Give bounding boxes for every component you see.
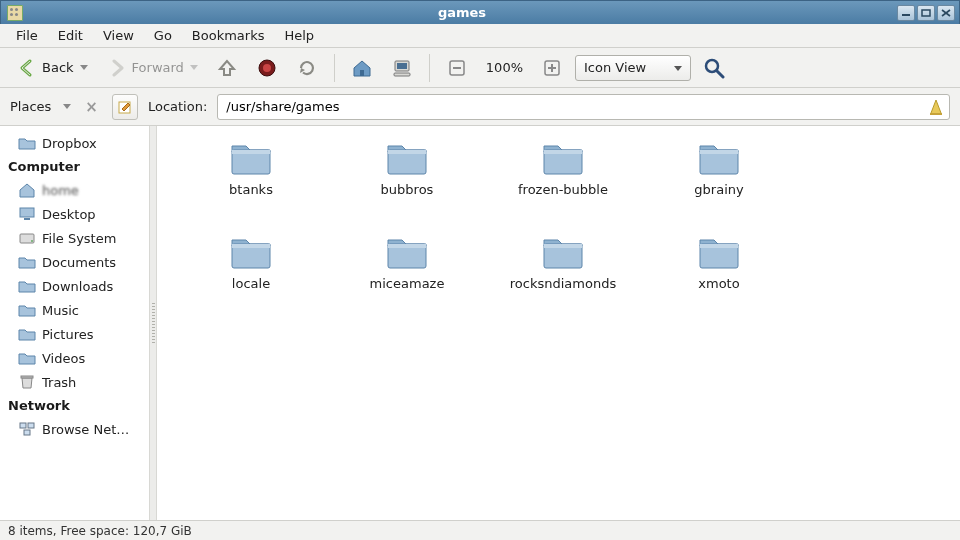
maximize-button[interactable] — [917, 5, 935, 21]
clear-icon[interactable] — [928, 98, 944, 116]
sidebar-item-label: File System — [42, 231, 116, 246]
back-button[interactable]: Back — [10, 53, 94, 83]
menu-file[interactable]: File — [8, 25, 46, 46]
folder-item[interactable]: xmoto — [643, 232, 795, 320]
sidebar-item-music[interactable]: Music — [0, 298, 149, 322]
svg-point-22 — [31, 240, 33, 242]
sidebar-item-desktop[interactable]: Desktop — [0, 202, 149, 226]
sidebar-item-documents[interactable]: Documents — [0, 250, 149, 274]
statusbar: 8 items, Free space: 120,7 GiB — [0, 520, 960, 540]
svg-rect-20 — [24, 218, 30, 220]
folder-icon — [694, 138, 744, 178]
back-dropdown-icon[interactable] — [80, 65, 88, 70]
folder-icon — [18, 254, 36, 270]
computer-button[interactable] — [385, 53, 419, 83]
sidebar-item-label: home — [42, 183, 79, 198]
location-input[interactable] — [217, 94, 950, 120]
menu-help[interactable]: Help — [276, 25, 322, 46]
places-label: Places — [10, 99, 51, 114]
folder-item[interactable]: frozen-bubble — [487, 138, 639, 226]
back-icon — [16, 57, 38, 79]
search-icon — [703, 57, 725, 79]
folder-item[interactable]: btanks — [175, 138, 327, 226]
sidebar-item-trash[interactable]: Trash — [0, 370, 149, 394]
folder-item[interactable]: bubbros — [331, 138, 483, 226]
menu-go[interactable]: Go — [146, 25, 180, 46]
close-sidebar-button[interactable]: × — [81, 98, 102, 116]
pane-splitter[interactable] — [150, 126, 157, 520]
svg-rect-42 — [700, 244, 738, 248]
sidebar-item-videos[interactable]: Videos — [0, 346, 149, 370]
folder-item[interactable]: gbrainy — [643, 138, 795, 226]
svg-rect-9 — [394, 73, 410, 76]
sidebar-item-label: Downloads — [42, 279, 113, 294]
zoom-in-button[interactable] — [535, 53, 569, 83]
folder-icon — [538, 232, 588, 272]
minimize-button[interactable] — [897, 5, 915, 21]
edit-location-button[interactable] — [112, 94, 138, 120]
disk-icon — [18, 230, 36, 246]
menu-view[interactable]: View — [95, 25, 142, 46]
folder-label: xmoto — [698, 276, 739, 291]
svg-rect-40 — [544, 244, 582, 248]
up-button[interactable] — [210, 53, 244, 83]
folder-label: rocksndiamonds — [510, 276, 616, 291]
app-icon — [7, 5, 23, 21]
stop-button[interactable] — [250, 53, 284, 83]
folder-icon — [18, 350, 36, 366]
svg-rect-34 — [700, 150, 738, 154]
sidebar-item-home[interactable]: home — [0, 178, 149, 202]
folder-icon — [18, 326, 36, 342]
sidebar-item-downloads[interactable]: Downloads — [0, 274, 149, 298]
svg-rect-28 — [232, 150, 270, 154]
menu-bookmarks[interactable]: Bookmarks — [184, 25, 273, 46]
sidebar-item-label: Desktop — [42, 207, 96, 222]
folder-label: locale — [232, 276, 270, 291]
home-icon — [351, 57, 373, 79]
folder-item[interactable]: locale — [175, 232, 327, 320]
sidebar-item-label: Documents — [42, 255, 116, 270]
icon-view[interactable]: btanks bubbros frozen-bubble gbrainy loc… — [157, 126, 960, 520]
sidebar-item-dropbox[interactable]: Dropbox — [0, 131, 149, 155]
menu-edit[interactable]: Edit — [50, 25, 91, 46]
toolbar-separator — [334, 54, 335, 82]
sidebar-computer-header: Computer — [0, 155, 149, 178]
sidebar-item-label: Pictures — [42, 327, 93, 342]
sidebar-item-label: Dropbox — [42, 136, 97, 151]
sidebar-item-label: Videos — [42, 351, 85, 366]
svg-rect-18 — [930, 113, 942, 115]
folder-label: bubbros — [381, 182, 434, 197]
zoom-out-icon — [446, 57, 468, 79]
toolbar-separator — [429, 54, 430, 82]
sidebar-item-filesystem[interactable]: File System — [0, 226, 149, 250]
svg-rect-1 — [922, 10, 930, 16]
folder-item[interactable]: miceamaze — [331, 232, 483, 320]
sidebar-item-pictures[interactable]: Pictures — [0, 322, 149, 346]
folder-item[interactable]: rocksndiamonds — [487, 232, 639, 320]
location-label: Location: — [148, 99, 207, 114]
svg-rect-32 — [544, 150, 582, 154]
folder-label: btanks — [229, 182, 273, 197]
folder-icon — [226, 138, 276, 178]
sidebar-item-browse-network[interactable]: Browse Net… — [0, 417, 149, 441]
reload-button[interactable] — [290, 53, 324, 83]
toolbar: Back Forward 1 — [0, 48, 960, 88]
home-button[interactable] — [345, 53, 379, 83]
up-icon — [216, 57, 238, 79]
close-button[interactable] — [937, 5, 955, 21]
view-mode-select[interactable]: Icon View — [575, 55, 691, 81]
sidebar-item-label: Browse Net… — [42, 422, 129, 437]
desktop-icon — [18, 206, 36, 222]
folder-icon — [382, 138, 432, 178]
menubar: File Edit View Go Bookmarks Help — [0, 24, 960, 48]
sidebar: Bookmarks Dropbox Computer home Desktop … — [0, 126, 150, 520]
zoom-out-button[interactable] — [440, 53, 474, 83]
reload-icon — [296, 57, 318, 79]
search-button[interactable] — [697, 53, 731, 83]
folder-icon — [18, 302, 36, 318]
svg-point-5 — [263, 64, 271, 72]
places-dropdown-icon[interactable] — [63, 104, 71, 109]
svg-rect-23 — [21, 376, 33, 378]
trash-icon — [18, 374, 36, 390]
folder-icon — [694, 232, 744, 272]
